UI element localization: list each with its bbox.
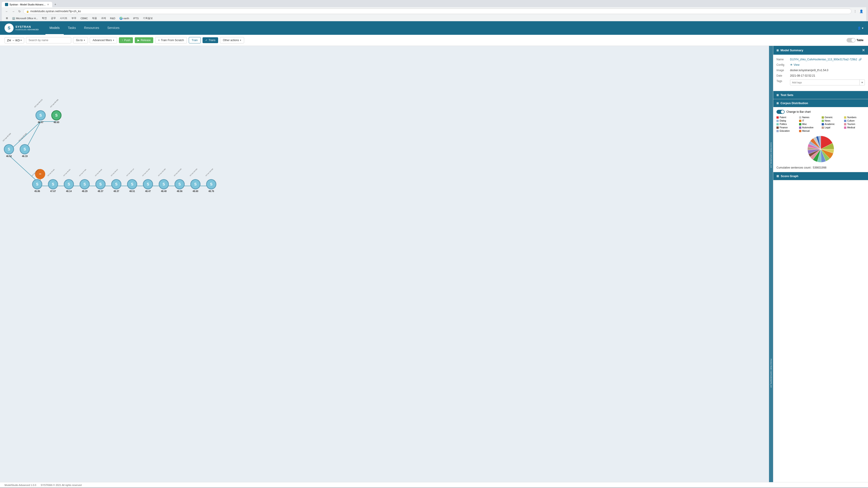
summary-name-row: Name DJJYH_zhko_CuilvHuolieniao_113_900e… [776, 58, 865, 61]
model-node-n13[interactable]: dJJ-1ao-101-048 S 48.47 [143, 179, 153, 193]
extensions-button[interactable]: ⋮ [853, 9, 857, 14]
node-label-n1: dJJ-1ao-94-070 [34, 99, 43, 108]
other-actions-button[interactable]: Other actions ▾ [220, 37, 244, 43]
train-from-scratch-button[interactable]: + Train From Scratch [155, 37, 187, 43]
model-name-link[interactable]: DJJYH_zhko_CuilvHuolieniao_113_900e317ba… [790, 58, 862, 61]
train-button[interactable]: Train [189, 37, 201, 43]
advanced-filters-label: Advanced filters [93, 39, 112, 42]
advanced-filters-arrow: ▾ [113, 39, 114, 41]
logo-text: SYSTRAN modelStudio ADVANCED [16, 25, 39, 31]
back-button[interactable]: ← [4, 9, 9, 14]
bookmark-4[interactable]: 부무 [70, 16, 78, 20]
active-tab[interactable]: Systran - Model Studio Advanc... ✕ [2, 2, 52, 7]
trans-button[interactable]: ✓ Trans [203, 37, 218, 43]
release-icon: ▶ [137, 39, 140, 42]
profile-button[interactable]: 👤 [859, 9, 864, 14]
model-node-n15[interactable]: dJJ-1ao-103-008 S 48.56 [175, 179, 185, 193]
test-sets-header[interactable]: ⊞ Test Sets [773, 91, 868, 99]
nav-tasks[interactable]: Tasks [64, 21, 80, 35]
node-score-n16: 48.60 [193, 190, 198, 193]
ssl-lock-icon: 🔒 [26, 10, 29, 13]
new-tab-button[interactable]: + [52, 1, 59, 7]
nav-services[interactable]: Services [103, 21, 124, 35]
node-score-n12: 48.51 [129, 190, 135, 193]
model-name-value: DJJYH_zhko_CuilvHuolieniao_113_900e317ba… [790, 58, 857, 61]
forward-button[interactable]: → [11, 9, 16, 14]
model-node-n3[interactable]: dJJ-1ao-92-929 S 46.52 [4, 144, 14, 158]
legend-item-news: News [822, 120, 842, 122]
tags-input[interactable] [790, 80, 860, 85]
model-node-n17[interactable]: dJJ-1ao-105-058 S 48.76 [206, 179, 216, 193]
model-node-n16[interactable]: dJJ-1ao-104-056 S 48.60 [190, 179, 200, 193]
nav-resources[interactable]: Resources [80, 21, 103, 35]
legend-item-academic: Academic [822, 123, 842, 125]
reload-button[interactable]: ↻ [17, 9, 22, 14]
model-summary-close-button[interactable]: ✕ [862, 48, 865, 53]
train-scratch-icon: + [158, 39, 160, 42]
model-node-n9[interactable]: dJJ-1ao-37-084 S 48.29 [80, 179, 90, 193]
node-score-n4: 46.19 [22, 155, 28, 158]
browser-tabs: Systran - Model Studio Advanc... ✕ + [2, 1, 866, 7]
model-node-n4[interactable]: dJJ-1ao-93-048 S 46.19 [20, 144, 30, 158]
bar-chart-toggle-label: Change to Bar chart [786, 110, 811, 113]
view-toggle-switch[interactable] [846, 38, 856, 42]
tags-dropdown-arrow[interactable]: ▾ [860, 80, 865, 85]
score-graph-header[interactable]: ⊞ Score Graph [773, 172, 868, 180]
bookmark-5[interactable]: 채용 [90, 16, 99, 20]
model-node-n2[interactable]: dJJ-1ao-95-058 S 46.60 [51, 110, 61, 124]
node-circle-n15: S [175, 179, 185, 189]
bookmark-rd[interactable]: R&D [108, 17, 117, 20]
tab-close-button[interactable]: ✕ [47, 3, 49, 6]
other-actions-label: Other actions [223, 39, 239, 42]
legend-item-it: IT [799, 120, 820, 122]
model-summary-icon: ⊞ [776, 49, 779, 52]
model-canvas[interactable]: dJJ-1ao-94-070 S 46.47 dJJ-1ao-95-058 S … [0, 46, 773, 482]
config-view-link[interactable]: 👁 View [790, 63, 800, 66]
model-node-n8[interactable]: dJJ-1ao-36-053 S 48.14 [64, 179, 74, 193]
copyright-text: SYSTRAN © 2021 All rights reserved [41, 484, 82, 486]
node-label-n9: dJJ-1ao-37-084 [79, 169, 87, 176]
model-summary-header[interactable]: ⊞ Model Summary ✕ [773, 46, 868, 55]
model-node-n7[interactable]: dJJ-1ao-35-065 S 47.67 [48, 179, 58, 193]
release-label: Release [141, 39, 151, 42]
node-circle-n9: S [80, 179, 90, 189]
canvas-svg [0, 46, 773, 482]
model-node-n10[interactable]: dJJ-1ao-38-046 S 48.37 [95, 179, 105, 193]
node-score-n11: 48.37 [114, 190, 119, 193]
right-panel: ⊞ Model Summary ✕ Name DJJYH_zhko_CuilvH… [773, 46, 868, 482]
address-bar[interactable]: 🔒 modelstudio.systran.net/models?lp=zh_k… [23, 8, 851, 14]
config-label: Config [776, 63, 790, 66]
bookmark-last[interactable]: 기독말보 [141, 16, 155, 20]
model-node-n6[interactable]: dJJ-1ao-35-244 S 45.86 [32, 179, 42, 193]
model-node-n12[interactable]: dJJ-1ao-100-110 S 48.51 [127, 179, 137, 193]
bookmark-6[interactable]: 과제 [99, 16, 108, 20]
legend-item-patent: Patent [776, 116, 797, 119]
bookmark-ipts[interactable]: IPTS [131, 17, 141, 20]
product-version: ModelStudio Advanced 1.0.0 [4, 484, 36, 486]
bar-chart-toggle[interactable] [776, 110, 784, 114]
bookmark-earth[interactable]: 🌍earth [118, 16, 131, 20]
bookmark-1[interactable]: 학연 [40, 16, 49, 20]
nav-models[interactable]: Models [45, 21, 64, 35]
user-menu-button[interactable]: 👤 ▾ [857, 26, 864, 30]
bookmark-ms-office[interactable]: 🏢Microsoft Office H... [10, 16, 39, 20]
bookmark-cbmc[interactable]: CBMC [79, 17, 90, 20]
legend-item-education: Education [776, 130, 797, 132]
release-button[interactable]: ▶ Release [135, 37, 153, 43]
legend-item-finance: Finance [776, 126, 797, 129]
app-footer: ModelStudio Advanced 1.0.0 SYSTRAN © 202… [0, 482, 868, 488]
bookmark-apps[interactable]: ⊞ [4, 16, 10, 20]
model-node-n1[interactable]: dJJ-1ao-94-070 S 46.47 [35, 110, 46, 124]
legend-item-medical: Medical [844, 126, 865, 129]
bookmark-2[interactable]: 공무 [49, 16, 58, 20]
bookmark-3[interactable]: 사이트 [58, 16, 69, 20]
push-button[interactable]: ↑ Push [119, 37, 133, 43]
goto-button[interactable]: Go to ▾ [73, 37, 88, 43]
corpus-distribution-header[interactable]: ⊞ Corpus Distribution [773, 99, 868, 107]
model-node-n14[interactable]: dJJ-1ao-102-080 S 48.40 [159, 179, 169, 193]
node-score-n7: 47.67 [50, 190, 56, 193]
model-node-n11[interactable]: dJJ-1ao-39-013 S 48.37 [111, 179, 121, 193]
search-input[interactable] [26, 37, 71, 43]
advanced-filters-button[interactable]: Advanced filters ▾ [90, 37, 117, 43]
language-pair-selector[interactable]: ZH → KO ▾ [4, 37, 24, 43]
